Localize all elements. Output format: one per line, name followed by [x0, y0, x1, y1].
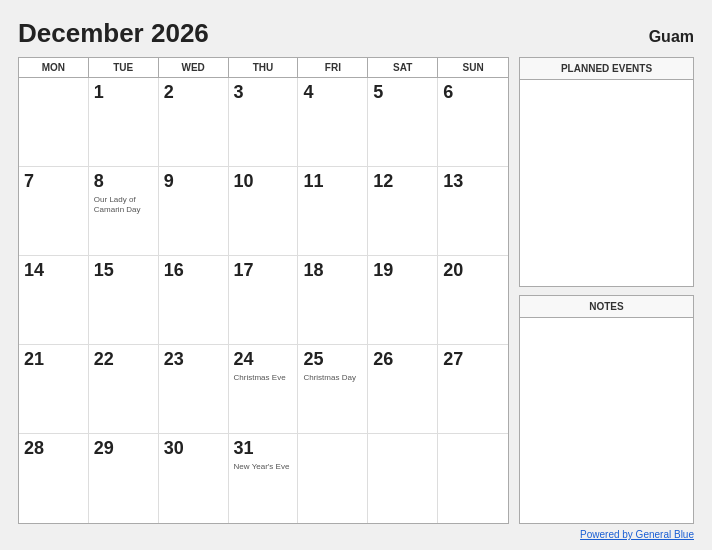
day-number: 5 [373, 82, 383, 104]
event-label: Our Lady of Camarin Day [94, 195, 153, 216]
day-cell: 7 [19, 167, 89, 256]
day-number: 23 [164, 349, 184, 371]
day-number: 21 [24, 349, 44, 371]
day-cell: 12 [368, 167, 438, 256]
main-content: MONTUEWEDTHUFRISATSUN 12345678Our Lady o… [18, 57, 694, 524]
day-number: 24 [234, 349, 254, 371]
day-number: 20 [443, 260, 463, 282]
day-header-fri: FRI [298, 58, 368, 77]
day-cell: 9 [159, 167, 229, 256]
day-cell: 16 [159, 256, 229, 345]
day-cell [19, 78, 89, 167]
day-cell: 24Christmas Eve [229, 345, 299, 434]
day-cell: 19 [368, 256, 438, 345]
day-number: 7 [24, 171, 34, 193]
day-cell: 8Our Lady of Camarin Day [89, 167, 159, 256]
day-header-tue: TUE [89, 58, 159, 77]
calendar-grid: 12345678Our Lady of Camarin Day910111213… [19, 78, 508, 523]
day-cell: 26 [368, 345, 438, 434]
day-number: 3 [234, 82, 244, 104]
day-number: 22 [94, 349, 114, 371]
day-cell: 21 [19, 345, 89, 434]
day-number: 8 [94, 171, 104, 193]
header: December 2026 Guam [18, 18, 694, 49]
day-cell: 30 [159, 434, 229, 523]
day-cell: 1 [89, 78, 159, 167]
day-cell: 27 [438, 345, 508, 434]
day-cell: 14 [19, 256, 89, 345]
sidebar: PLANNED EVENTS NOTES [519, 57, 694, 524]
day-number: 14 [24, 260, 44, 282]
day-cell: 22 [89, 345, 159, 434]
day-header-sat: SAT [368, 58, 438, 77]
day-number: 31 [234, 438, 254, 460]
day-cell [298, 434, 368, 523]
day-number: 25 [303, 349, 323, 371]
day-cell: 11 [298, 167, 368, 256]
day-number: 1 [94, 82, 104, 104]
day-cell: 4 [298, 78, 368, 167]
day-header-thu: THU [229, 58, 299, 77]
page-title: December 2026 [18, 18, 209, 49]
day-cell: 23 [159, 345, 229, 434]
day-cell: 17 [229, 256, 299, 345]
day-cell: 6 [438, 78, 508, 167]
day-number: 16 [164, 260, 184, 282]
day-cell: 18 [298, 256, 368, 345]
day-cell: 5 [368, 78, 438, 167]
day-number: 26 [373, 349, 393, 371]
day-number: 13 [443, 171, 463, 193]
planned-events-body [520, 80, 693, 286]
day-header-mon: MON [19, 58, 89, 77]
notes-header: NOTES [520, 296, 693, 318]
day-number: 4 [303, 82, 313, 104]
powered-by-link[interactable]: Powered by General Blue [580, 529, 694, 540]
day-cell [438, 434, 508, 523]
day-number: 27 [443, 349, 463, 371]
day-number: 11 [303, 171, 323, 193]
page: December 2026 Guam MONTUEWEDTHUFRISATSUN… [0, 0, 712, 550]
day-headers: MONTUEWEDTHUFRISATSUN [19, 58, 508, 78]
planned-events-header: PLANNED EVENTS [520, 58, 693, 80]
day-cell: 10 [229, 167, 299, 256]
day-cell: 3 [229, 78, 299, 167]
day-number: 15 [94, 260, 114, 282]
footer: Powered by General Blue [18, 529, 694, 540]
day-number: 10 [234, 171, 254, 193]
day-cell: 25Christmas Day [298, 345, 368, 434]
region-label: Guam [649, 28, 694, 46]
day-number: 17 [234, 260, 254, 282]
planned-events-box: PLANNED EVENTS [519, 57, 694, 287]
day-header-sun: SUN [438, 58, 508, 77]
day-number: 18 [303, 260, 323, 282]
notes-box: NOTES [519, 295, 694, 525]
event-label: Christmas Day [303, 373, 355, 383]
day-cell: 15 [89, 256, 159, 345]
day-cell: 29 [89, 434, 159, 523]
calendar: MONTUEWEDTHUFRISATSUN 12345678Our Lady o… [18, 57, 509, 524]
day-number: 29 [94, 438, 114, 460]
notes-body [520, 318, 693, 524]
day-number: 9 [164, 171, 174, 193]
event-label: Christmas Eve [234, 373, 286, 383]
event-label: New Year's Eve [234, 462, 290, 472]
day-number: 19 [373, 260, 393, 282]
day-cell: 20 [438, 256, 508, 345]
day-cell: 13 [438, 167, 508, 256]
day-number: 12 [373, 171, 393, 193]
day-number: 28 [24, 438, 44, 460]
day-cell [368, 434, 438, 523]
day-number: 30 [164, 438, 184, 460]
day-cell: 28 [19, 434, 89, 523]
day-cell: 31New Year's Eve [229, 434, 299, 523]
day-number: 6 [443, 82, 453, 104]
day-cell: 2 [159, 78, 229, 167]
day-number: 2 [164, 82, 174, 104]
day-header-wed: WED [159, 58, 229, 77]
